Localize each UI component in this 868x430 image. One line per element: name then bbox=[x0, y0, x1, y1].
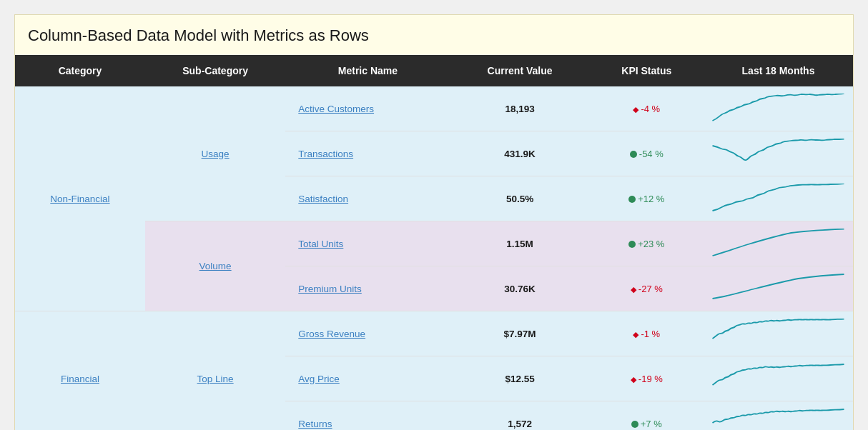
kpi-pct: -27 % bbox=[638, 284, 663, 294]
kpi-status-cell: ◆ -1 % bbox=[590, 311, 704, 356]
page-title: Column-Based Data Model with Metrics as … bbox=[15, 15, 853, 55]
sparkline-cell bbox=[704, 86, 853, 131]
diamond-icon: ◆ bbox=[631, 285, 638, 294]
metric-name-cell: Avg Price bbox=[285, 356, 450, 401]
sparkline-path bbox=[713, 319, 844, 339]
main-container: Column-Based Data Model with Metrics as … bbox=[14, 14, 854, 430]
metrics-table: Category Sub-Category Metric Name Curren… bbox=[15, 55, 853, 430]
kpi-status-cell: +7 % bbox=[590, 401, 704, 431]
table-header-row: Category Sub-Category Metric Name Curren… bbox=[15, 55, 853, 86]
kpi-status-cell: -54 % bbox=[590, 131, 704, 176]
metric-name-cell: Gross Revenue bbox=[285, 311, 450, 356]
sparkline-path bbox=[713, 364, 844, 385]
metric-name-cell: Total Units bbox=[285, 221, 450, 266]
current-value-cell: 18,193 bbox=[450, 86, 590, 131]
kpi-status-cell: +12 % bbox=[590, 176, 704, 221]
current-value-cell: 50.5% bbox=[450, 176, 590, 221]
col-header-sparkline: Last 18 Months bbox=[704, 55, 853, 86]
metric-name-cell: Premium Units bbox=[285, 266, 450, 311]
current-value-cell: 1,572 bbox=[450, 401, 590, 431]
sparkline-cell bbox=[704, 356, 853, 401]
kpi-pct: -1 % bbox=[641, 329, 660, 339]
sparkline-cell bbox=[704, 401, 853, 431]
kpi-status-cell: ◆ -4 % bbox=[590, 86, 704, 131]
circle-icon bbox=[628, 196, 636, 203]
kpi-pct: -19 % bbox=[638, 374, 663, 384]
kpi-pct: -54 % bbox=[639, 149, 664, 159]
current-value-cell: 1.15M bbox=[450, 221, 590, 266]
metric-link[interactable]: Satisfaction bbox=[298, 194, 348, 204]
metric-link[interactable]: Transactions bbox=[298, 149, 353, 159]
current-value-cell: $7.97M bbox=[450, 311, 590, 356]
metric-link[interactable]: Total Units bbox=[298, 239, 343, 249]
current-value-cell: 431.9K bbox=[450, 131, 590, 176]
sparkline-cell bbox=[704, 266, 853, 311]
subcategory-cell[interactable]: Top Line bbox=[145, 311, 285, 431]
col-header-kpi: KPI Status bbox=[590, 55, 704, 86]
metric-link[interactable]: Active Customers bbox=[298, 104, 374, 114]
table-row: Non-FinancialUsageActive Customers18,193… bbox=[15, 86, 853, 131]
kpi-pct: +23 % bbox=[638, 239, 664, 249]
sparkline-path bbox=[713, 184, 844, 211]
current-value-cell: 30.76K bbox=[450, 266, 590, 311]
metric-link[interactable]: Avg Price bbox=[298, 374, 340, 384]
kpi-status-cell: ◆ -19 % bbox=[590, 356, 704, 401]
metric-link[interactable]: Premium Units bbox=[298, 284, 362, 294]
kpi-pct: +7 % bbox=[641, 419, 662, 429]
sparkline-cell bbox=[704, 176, 853, 221]
circle-icon bbox=[631, 421, 638, 428]
subcategory-cell[interactable]: Volume bbox=[145, 221, 285, 311]
subcategory-cell[interactable]: Usage bbox=[145, 86, 285, 221]
col-header-metric: Metric Name bbox=[285, 55, 450, 86]
col-header-category: Category bbox=[15, 55, 145, 86]
circle-icon bbox=[628, 241, 636, 248]
sparkline-path bbox=[713, 139, 844, 161]
table-row: FinancialTop LineGross Revenue$7.97M◆ -1… bbox=[15, 311, 853, 356]
col-header-value: Current Value bbox=[450, 55, 590, 86]
metric-name-cell: Active Customers bbox=[285, 86, 450, 131]
sparkline-cell bbox=[704, 311, 853, 356]
col-header-subcategory: Sub-Category bbox=[145, 55, 285, 86]
sparkline-path bbox=[713, 94, 844, 121]
category-cell[interactable]: Financial bbox=[15, 311, 145, 431]
category-cell[interactable]: Non-Financial bbox=[15, 86, 145, 311]
sparkline-path bbox=[713, 409, 844, 423]
sparkline-cell bbox=[704, 221, 853, 266]
kpi-status-cell: ◆ -27 % bbox=[590, 266, 704, 311]
sparkline-path bbox=[713, 274, 844, 299]
metric-link[interactable]: Returns bbox=[298, 419, 332, 429]
kpi-pct: +12 % bbox=[638, 194, 664, 204]
kpi-pct: -4 % bbox=[641, 104, 660, 114]
metric-link[interactable]: Gross Revenue bbox=[298, 329, 365, 339]
metric-name-cell: Transactions bbox=[285, 131, 450, 176]
diamond-icon: ◆ bbox=[633, 105, 641, 114]
metric-name-cell: Satisfaction bbox=[285, 176, 450, 221]
kpi-status-cell: +23 % bbox=[590, 221, 704, 266]
diamond-icon: ◆ bbox=[631, 375, 638, 384]
metric-name-cell: Returns bbox=[285, 401, 450, 431]
diamond-icon: ◆ bbox=[633, 330, 641, 339]
circle-icon bbox=[630, 151, 637, 158]
sparkline-cell bbox=[704, 131, 853, 176]
sparkline-path bbox=[713, 229, 844, 256]
current-value-cell: $12.55 bbox=[450, 356, 590, 401]
